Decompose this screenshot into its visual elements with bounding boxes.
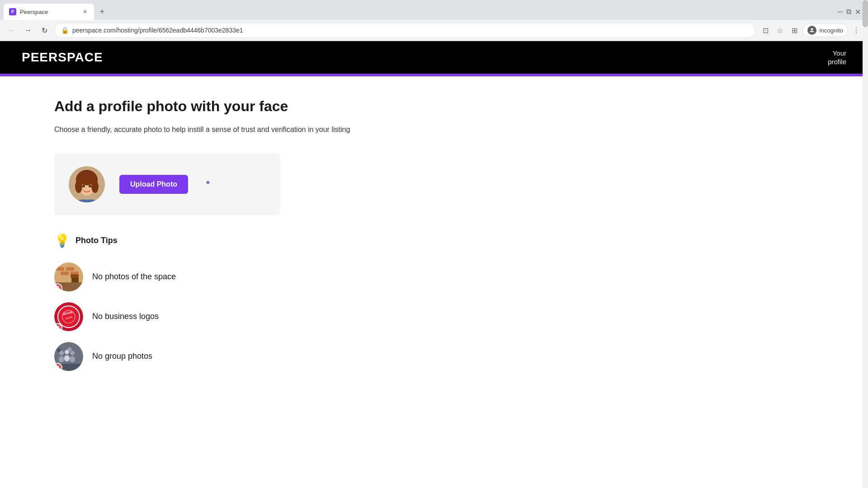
svg-point-30 (70, 356, 75, 362)
bookmark-icon[interactable]: ☆ (774, 24, 786, 37)
site-header: PEERSPACE Your profile (0, 41, 868, 74)
window-minimize-button[interactable]: ─ (838, 8, 843, 16)
svg-point-0 (811, 28, 813, 30)
svg-point-7 (82, 185, 85, 187)
peerspace-logo[interactable]: PEERSPACE (22, 50, 103, 65)
page-description: Choose a friendly, accurate photo to hel… (54, 124, 362, 136)
profile-link[interactable]: Your profile (828, 49, 846, 66)
tab-title: Peerspace (20, 9, 78, 15)
scrollbar-thumb[interactable] (863, 0, 868, 27)
browser-title-bar: P Peerspace ✕ + ─ ⧉ ✕ (0, 0, 868, 20)
browser-toolbar: ← → ↻ 🔒 peerspace.com/hosting/profile/65… (0, 20, 868, 41)
window-close-button[interactable]: ✕ (855, 8, 861, 16)
tip-label-group: No group photos (92, 352, 152, 361)
lightbulb-icon: 💡 (54, 233, 70, 248)
tab-close-button[interactable]: ✕ (81, 8, 89, 15)
tip-label-space: No photos of the space (92, 272, 176, 282)
toolbar-actions: ⊡ ☆ ⊞ Incognito ⋮ (759, 23, 863, 37)
tip-thumb-logo: Shrtak studio ✕ (54, 302, 83, 331)
menu-icon[interactable]: ⋮ (850, 24, 863, 37)
window-restore-button[interactable]: ⧉ (846, 8, 851, 16)
tip-thumb-space: ✕ (54, 263, 83, 291)
incognito-button[interactable]: Incognito (802, 23, 848, 37)
new-tab-button[interactable]: + (96, 5, 108, 18)
forward-button[interactable]: → (22, 24, 34, 37)
svg-point-28 (64, 355, 70, 361)
browser-chrome: P Peerspace ✕ + ─ ⧉ ✕ ← → ↻ 🔒 peerspace.… (0, 0, 868, 41)
photo-tips-label: Photo Tips (75, 236, 118, 245)
svg-point-35 (62, 347, 66, 351)
url-text: peerspace.com/hosting/profile/6562eadb44… (72, 27, 749, 34)
ssl-lock-icon: 🔒 (61, 27, 69, 34)
page-title: Add a profile photo with your face (54, 98, 389, 115)
svg-rect-13 (56, 267, 64, 271)
required-marker: * (206, 179, 210, 189)
tab-favicon: P (9, 8, 16, 15)
upload-box: Upload Photo * (54, 154, 280, 215)
incognito-label: Incognito (819, 27, 843, 34)
svg-point-8 (89, 185, 91, 187)
svg-point-26 (59, 356, 64, 362)
cast-icon[interactable]: ⊡ (759, 24, 772, 37)
svg-point-37 (73, 348, 77, 352)
tip-label-logo: No business logos (92, 312, 159, 321)
tip-item-logo: Shrtak studio ✕ No business logos (54, 302, 389, 331)
tip-item-group: ✕ No group photos (54, 342, 389, 371)
browser-tab-active[interactable]: P Peerspace ✕ (4, 4, 94, 20)
upload-photo-button[interactable]: Upload Photo (119, 175, 188, 194)
svg-rect-14 (66, 267, 74, 271)
avatar-preview (69, 166, 105, 202)
scrollbar[interactable] (863, 0, 868, 488)
svg-point-32 (75, 355, 80, 361)
svg-point-36 (68, 347, 71, 351)
back-button[interactable]: ← (5, 24, 18, 37)
extensions-icon[interactable]: ⊞ (788, 24, 801, 37)
svg-rect-18 (71, 274, 79, 278)
svg-point-34 (57, 348, 61, 352)
page-content: Add a profile photo with your face Choos… (0, 76, 389, 404)
incognito-icon (807, 26, 816, 35)
tip-thumb-group: ✕ (54, 342, 83, 371)
address-bar[interactable]: 🔒 peerspace.com/hosting/profile/6562eadb… (54, 23, 755, 38)
photo-tips-header: 💡 Photo Tips (54, 233, 389, 248)
tip-item-space: ✕ No photos of the space (54, 263, 389, 291)
svg-rect-15 (61, 272, 69, 275)
reload-button[interactable]: ↻ (38, 24, 51, 37)
svg-point-6 (77, 171, 97, 185)
